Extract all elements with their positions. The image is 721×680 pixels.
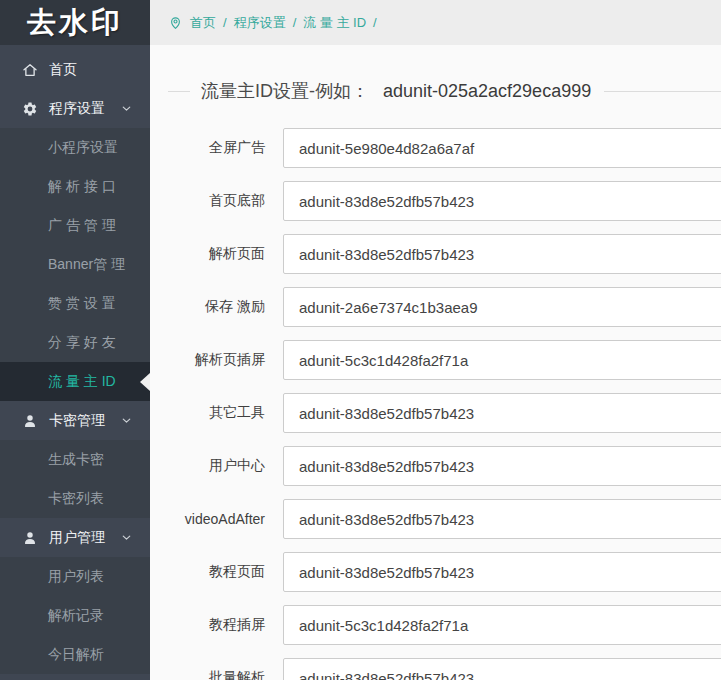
location-pin-icon (168, 15, 183, 30)
breadcrumb-link-program-settings[interactable]: 程序设置 (234, 14, 286, 32)
home-bottom-input[interactable] (283, 181, 721, 221)
user-icon (22, 413, 38, 429)
form-row-fullscreen-ad: 全屏广告 (168, 128, 721, 168)
field-label-user-center: 用户中心 (168, 457, 265, 475)
form-row-tutorial-page: 教程页面 (168, 552, 721, 592)
sidebar: 去水印 首页程序设置小程序设置解 析 接 口广 告 管 理Banner管 理赞 … (0, 0, 150, 680)
chevron-down-icon (120, 102, 133, 115)
fullscreen-ad-input[interactable] (283, 128, 721, 168)
user-center-input[interactable] (283, 446, 721, 486)
sidebar-item-parse-records[interactable]: 解析记录 (0, 596, 150, 635)
field-label-other-tools: 其它工具 (168, 404, 265, 422)
sidebar-item-miniprogram-settings[interactable]: 小程序设置 (0, 128, 150, 167)
form-row-other-tools: 其它工具 (168, 393, 721, 433)
sidebar-item-label: 用户管理 (49, 529, 105, 547)
sidebar-item-label: 流 量 主 ID (48, 373, 116, 391)
sidebar-item-label: 用户列表 (48, 568, 104, 586)
sidebar-item-label: 解析记录 (48, 607, 104, 625)
sidebar-item-label: 首页 (49, 61, 77, 79)
sidebar-item-label: 程序设置 (49, 100, 105, 118)
parse-page-interstitial-input[interactable] (283, 340, 721, 380)
sidebar-item-label: 生成卡密 (48, 451, 104, 469)
sidebar-item-card-list[interactable]: 卡密列表 (0, 479, 150, 518)
title-rule-left (168, 91, 190, 92)
sidebar-item-traffic-id[interactable]: 流 量 主 ID (0, 362, 150, 401)
field-label-tutorial-interstitial: 教程插屏 (168, 616, 265, 634)
page-title-example: adunit-025a2acf29eca999 (383, 81, 591, 102)
video-ad-after-input[interactable] (283, 499, 721, 539)
field-label-parse-page: 解析页面 (168, 245, 265, 263)
form-row-home-bottom: 首页底部 (168, 181, 721, 221)
breadcrumb-link-traffic-id[interactable]: 流 量 主 ID (303, 14, 366, 32)
breadcrumb-separator: / (293, 15, 297, 30)
page-title-text: 流量主ID设置-例如： (201, 79, 369, 103)
gear-icon (22, 101, 38, 117)
sidebar-item-banner-management[interactable]: Banner管 理 (0, 245, 150, 284)
form-row-parse-page: 解析页面 (168, 234, 721, 274)
parse-page-input[interactable] (283, 234, 721, 274)
sidebar-item-reward-settings[interactable]: 赞 赏 设 置 (0, 284, 150, 323)
sidebar-item-label: Banner管 理 (48, 256, 125, 274)
field-label-fullscreen-ad: 全屏广告 (168, 139, 265, 157)
sidebar-item-label: 今日解析 (48, 646, 104, 664)
app-window: 去水印 首页程序设置小程序设置解 析 接 口广 告 管 理Banner管 理赞 … (0, 0, 721, 680)
title-rule-right (604, 91, 721, 92)
sidebar-item-parse-api[interactable]: 解 析 接 口 (0, 167, 150, 206)
breadcrumb-link-home[interactable]: 首页 (190, 14, 216, 32)
field-label-batch-parse: 批量解析 (168, 669, 265, 680)
sidebar-item-label: 赞 赏 设 置 (48, 295, 116, 313)
other-tools-input[interactable] (283, 393, 721, 433)
sidebar-item-label: 广 告 管 理 (48, 217, 116, 235)
main-column: 首页/程序设置/流 量 主 ID/ 流量主ID设置-例如： adunit-025… (150, 0, 721, 680)
chevron-down-icon (120, 531, 133, 544)
field-label-home-bottom: 首页底部 (168, 192, 265, 210)
form-row-batch-parse: 批量解析 (168, 658, 721, 680)
field-label-video-ad-after: videoAdAfter (168, 511, 265, 527)
form-row-tutorial-interstitial: 教程插屏 (168, 605, 721, 645)
sidebar-item-label: 卡密管理 (49, 412, 105, 430)
form-row-save-reward: 保存 激励 (168, 287, 721, 327)
form-row-video-ad-after: videoAdAfter (168, 499, 721, 539)
sidebar-item-today-parses[interactable]: 今日解析 (0, 635, 150, 674)
save-reward-input[interactable] (283, 287, 721, 327)
field-label-save-reward: 保存 激励 (168, 298, 265, 316)
user-icon (22, 530, 38, 546)
sidebar-item-label: 分 享 好 友 (48, 334, 116, 352)
form-row-parse-page-interstitial: 解析页插屏 (168, 340, 721, 380)
breadcrumb-separator: / (373, 15, 377, 30)
sidebar-item-label: 解 析 接 口 (48, 178, 116, 196)
batch-parse-input[interactable] (283, 658, 721, 680)
sidebar-item-home[interactable]: 首页 (0, 50, 150, 89)
page-title-row: 流量主ID设置-例如： adunit-025a2acf29eca999 (168, 79, 721, 103)
sidebar-item-ad-management[interactable]: 广 告 管 理 (0, 206, 150, 245)
sidebar-item-share-friends[interactable]: 分 享 好 友 (0, 323, 150, 362)
sidebar-item-label: 卡密列表 (48, 490, 104, 508)
page-title: 流量主ID设置-例如： adunit-025a2acf29eca999 (201, 79, 591, 103)
chevron-down-icon (120, 414, 133, 427)
sidebar-item-user-list[interactable]: 用户列表 (0, 557, 150, 596)
content-area: 流量主ID设置-例如： adunit-025a2acf29eca999 全屏广告… (150, 45, 721, 680)
sidebar-item-user-management[interactable]: 用户管理 (0, 518, 150, 557)
sidebar-menu: 首页程序设置小程序设置解 析 接 口广 告 管 理Banner管 理赞 赏 设 … (0, 45, 150, 674)
breadcrumb: 首页/程序设置/流 量 主 ID/ (190, 14, 377, 32)
sidebar-item-label: 小程序设置 (48, 139, 118, 157)
field-label-tutorial-page: 教程页面 (168, 563, 265, 581)
home-icon (22, 62, 38, 78)
tutorial-interstitial-input[interactable] (283, 605, 721, 645)
breadcrumb-separator: / (223, 15, 227, 30)
sidebar-item-program-settings[interactable]: 程序设置 (0, 89, 150, 128)
sidebar-item-card-management[interactable]: 卡密管理 (0, 401, 150, 440)
tutorial-page-input[interactable] (283, 552, 721, 592)
sidebar-item-generate-card[interactable]: 生成卡密 (0, 440, 150, 479)
app-logo: 去水印 (0, 0, 150, 45)
breadcrumb-bar: 首页/程序设置/流 量 主 ID/ (150, 0, 721, 45)
field-label-parse-page-interstitial: 解析页插屏 (168, 351, 265, 369)
form-row-user-center: 用户中心 (168, 446, 721, 486)
traffic-id-form: 全屏广告首页底部解析页面保存 激励解析页插屏其它工具用户中心videoAdAft… (168, 128, 721, 680)
